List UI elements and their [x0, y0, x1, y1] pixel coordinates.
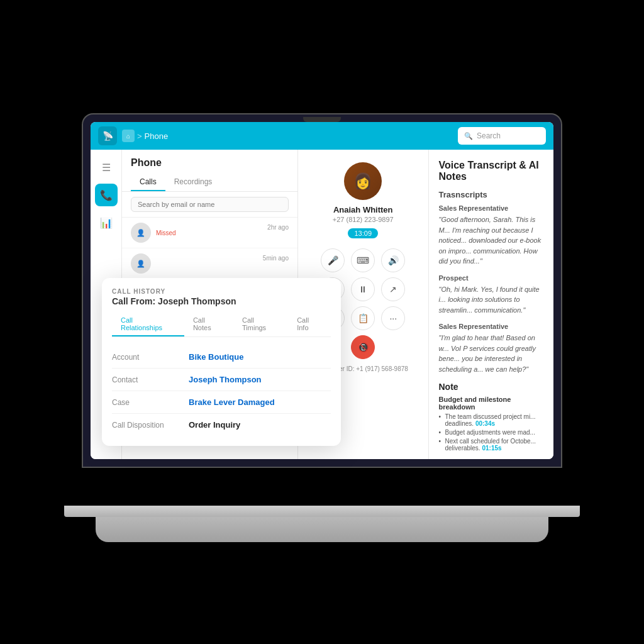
list-item[interactable]: 👤 Missed 2hr ago	[122, 218, 297, 248]
sidebar-icon-menu[interactable]: ☰	[95, 156, 118, 179]
end-call-button[interactable]: 📵	[351, 335, 375, 359]
control-row-end: 📵	[351, 335, 375, 359]
logo-icon: 📡	[103, 131, 113, 141]
home-icon: ⌂	[126, 133, 130, 140]
app-header: 📡 ⌂ > Phone 🔍 Search	[91, 122, 553, 150]
app-logo: 📡	[98, 126, 117, 145]
phone-tab-bar: Calls Recordings	[122, 174, 297, 192]
ch-header: CALL HISTORY Call From: Joseph Thompson	[112, 288, 331, 306]
ch-field-disposition-value: Order Inquiry	[189, 420, 240, 430]
caller-phone: +27 (812) 223-9897	[333, 216, 394, 223]
tab-calls[interactable]: Calls	[131, 174, 165, 191]
ch-tab-timings[interactable]: Call Timings	[233, 313, 288, 336]
phone-title: Phone	[122, 150, 297, 174]
note-section: Note Budget and milestone breakdown The …	[439, 382, 544, 452]
laptop-foot	[96, 517, 548, 542]
note-subtitle: Budget and milestone breakdown	[439, 396, 544, 411]
breadcrumb: ⌂ > Phone	[122, 130, 168, 142]
panel-title: Voice Transcript & AI Notes	[439, 160, 544, 182]
transfer-button[interactable]: ↗	[381, 277, 405, 301]
call-time: 2hr ago	[267, 224, 289, 231]
ch-field-case: Case Brake Lever Damaged	[112, 391, 331, 414]
sidebar-icon-phone[interactable]: 📞	[95, 184, 118, 206]
search-box[interactable]: 🔍 Search	[458, 127, 546, 145]
caller-name: Anaiah Whitten	[333, 205, 393, 214]
ch-field-disposition-label: Call Disposition	[112, 421, 181, 430]
notes-button[interactable]: 📋	[351, 306, 375, 330]
ch-fields: Account Bike Boutique Contact Joseph Tho…	[112, 346, 331, 436]
transcript-panel: Voice Transcript & AI Notes Trasnscripts…	[429, 150, 554, 459]
speaker-1-label: Sales Representative	[439, 204, 544, 212]
list-item[interactable]: 👤 5min ago	[122, 248, 297, 279]
transcript-text-2: "Oh, hi Mark. Yes, I found it quite i...…	[439, 284, 544, 316]
ch-tab-notes[interactable]: Call Notes	[184, 313, 233, 336]
ch-tabs: Call Relationships Call Notes Call Timin…	[112, 313, 331, 337]
ch-title: Call From: Joseph Thompson	[112, 296, 331, 306]
ch-field-contact-label: Contact	[112, 375, 181, 384]
speaker-2-label: Prospect	[439, 274, 544, 282]
ch-field-disposition: Call Disposition Order Inquiry	[112, 414, 331, 436]
call-search-bar	[122, 192, 297, 218]
speaker-3-label: Sales Representative	[439, 323, 544, 330]
laptop-notch	[303, 117, 341, 122]
more-button[interactable]: ···	[381, 306, 405, 330]
ch-label: CALL HISTORY	[112, 288, 331, 295]
ch-field-account: Account Bike Boutique	[112, 346, 331, 369]
search-placeholder: Search	[477, 131, 501, 140]
search-icon: 🔍	[464, 132, 473, 140]
timestamp-1[interactable]: 00:34s	[475, 420, 495, 427]
laptop-base	[64, 506, 580, 517]
breadcrumb-current: Phone	[145, 131, 169, 141]
ch-tab-relationships[interactable]: Call Relationships	[112, 313, 184, 336]
ch-tab-info[interactable]: Call Info	[288, 313, 331, 336]
avatar: 👤	[131, 223, 151, 243]
ch-field-contact: Contact Joseph Thompson	[112, 369, 331, 391]
caller-avatar: 👩	[344, 162, 382, 200]
ch-field-account-value[interactable]: Bike Boutique	[189, 352, 243, 362]
transcripts-label: Trasnscripts	[439, 190, 544, 199]
call-history-card: CALL HISTORY Call From: Joseph Thompson …	[102, 278, 341, 446]
speaker-button[interactable]: 🔊	[381, 248, 405, 272]
call-time: 5min ago	[263, 255, 289, 262]
note-item-3: Next call scheduled for Octobe... delive…	[439, 438, 544, 452]
keypad-button[interactable]: ⌨	[351, 248, 375, 272]
ch-field-case-value[interactable]: Brake Lever Damaged	[189, 397, 275, 407]
note-item-1: The team discussed project mi... deadlin…	[439, 413, 544, 427]
call-duration: 13:09	[348, 228, 378, 238]
call-search-input[interactable]	[131, 197, 289, 212]
transcript-text-3: "I'm glad to hear that! Based on w... Vo…	[439, 333, 544, 374]
note-item-2: Budget adjustments were mad...	[439, 429, 544, 436]
transcript-text-1: "Good afternoon, Sarah. This is M... I'm…	[439, 214, 544, 267]
hold-button[interactable]: ⏸	[351, 277, 375, 301]
call-missed: Missed	[156, 230, 176, 236]
tab-recordings[interactable]: Recordings	[165, 174, 221, 191]
control-row-1: 🎤 ⌨ 🔊	[321, 248, 405, 272]
sidebar-icon-chart[interactable]: 📊	[95, 211, 118, 234]
breadcrumb-separator: >	[137, 131, 142, 141]
ch-field-case-label: Case	[112, 398, 181, 407]
laptop-wrapper: 📡 ⌂ > Phone 🔍 Search	[64, 114, 580, 555]
avatar: 👤	[131, 253, 151, 274]
call-info: Missed	[156, 230, 262, 236]
mute-button[interactable]: 🎤	[321, 248, 345, 272]
ch-field-contact-value[interactable]: Joseph Thompson	[189, 375, 262, 384]
home-breadcrumb[interactable]: ⌂	[122, 130, 135, 142]
timestamp-2[interactable]: 01:15s	[482, 445, 501, 452]
note-title: Note	[439, 382, 544, 392]
ch-field-account-label: Account	[112, 353, 181, 362]
